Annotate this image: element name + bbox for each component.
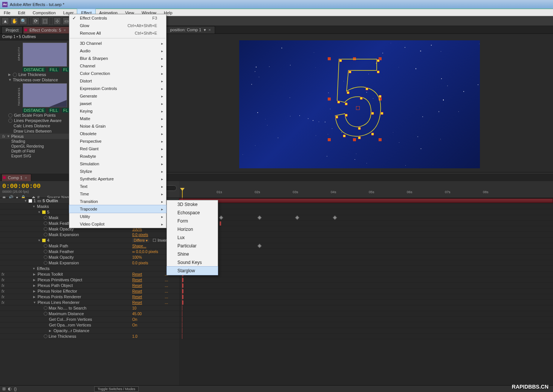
timeline-row[interactable]: Mask Expansion0.0 pixels	[0, 260, 179, 266]
menu-file[interactable]: File	[0, 9, 14, 16]
stopwatch-icon[interactable]	[8, 113, 12, 117]
submenu-item[interactable]: Horizon	[167, 225, 218, 233]
timeline-track[interactable]	[179, 249, 553, 255]
timeline-row[interactable]: Mask Expansion0.0 pixels	[0, 232, 179, 238]
submenu-item[interactable]: Shine	[167, 250, 218, 258]
timeline-track[interactable]	[179, 300, 553, 305]
effect-controls-tab[interactable]: Effect Controls: 5×	[23, 26, 70, 34]
toggle-modes-icon[interactable]: ◐	[8, 386, 12, 391]
effect-category-item[interactable]: Expression Controls	[69, 85, 166, 92]
submenu-item[interactable]: Lux	[167, 233, 218, 242]
camera-tool[interactable]: ⬚	[41, 17, 49, 25]
timeline-track[interactable]	[179, 305, 553, 311]
thickness-graph[interactable]: THICKNESS	[23, 83, 67, 107]
timeline-track[interactable]	[179, 221, 553, 226]
close-icon[interactable]: ×	[63, 28, 66, 32]
hand-tool[interactable]: ✋	[11, 17, 18, 25]
toggle-switches-modes-button[interactable]: Toggle Switches / Modes	[94, 386, 139, 392]
timeline-row[interactable]: Mask PathShape...	[0, 243, 179, 249]
timeline-row[interactable]: fx▶Plexus ToolkitReset...	[0, 272, 179, 277]
submenu-item[interactable]: Echospace	[167, 209, 218, 217]
timeline-track[interactable]	[179, 204, 553, 209]
effect-category-item[interactable]: Noise & Grain	[69, 122, 166, 130]
selection-tool[interactable]: ▲	[2, 17, 9, 25]
composition-viewer-tab[interactable]: position: Comp 1 ▾×	[166, 26, 215, 34]
submenu-item[interactable]: Starglow	[167, 267, 218, 275]
effect-menu-item[interactable]: GlowCtrl+Alt+Shift+E	[69, 22, 166, 29]
anchor-tool[interactable]: ⊹	[53, 17, 61, 25]
effect-category-item[interactable]: Distort	[69, 77, 166, 85]
effect-category-item[interactable]: Perspective	[69, 137, 166, 145]
timeline-row[interactable]: ▼4Differe ▾ ☐ Inverted	[0, 238, 179, 243]
effect-category-item[interactable]: jawset	[69, 100, 166, 107]
current-time-indicator[interactable]	[182, 188, 183, 198]
effect-category-item[interactable]: Utility	[69, 213, 166, 220]
effect-category-item[interactable]: Text	[69, 183, 166, 190]
stopwatch-icon[interactable]	[8, 119, 12, 123]
menu-edit[interactable]: Edit	[14, 9, 29, 16]
effect-category-item[interactable]: Channel	[69, 62, 166, 70]
timeline-track[interactable]	[179, 226, 553, 232]
timeline-track[interactable]	[179, 260, 553, 266]
submenu-item[interactable]: Form	[167, 217, 218, 225]
rotate-tool[interactable]: ⟳	[32, 17, 40, 25]
timeline-track[interactable]	[179, 288, 553, 294]
timeline-row[interactable]: ▼Effects	[0, 266, 179, 272]
stopwatch-icon[interactable]	[44, 227, 47, 231]
menu-composition[interactable]: Composition	[29, 9, 60, 16]
effect-category-item[interactable]: Keying	[69, 107, 166, 115]
effect-category-item[interactable]: Generate	[69, 92, 166, 100]
submenu-item[interactable]: Sound Keys	[167, 258, 218, 267]
timeline-row[interactable]: Get Opa...rom VerticesOn	[0, 322, 179, 328]
effect-category-item[interactable]: Obsolete	[69, 130, 166, 137]
stopwatch-icon[interactable]	[44, 306, 47, 310]
timeline-row[interactable]: Mask Feather∞ 0.0,0.0 pixels	[0, 249, 179, 255]
timeline-track[interactable]	[179, 294, 553, 300]
timeline-row[interactable]: fx▶Plexus Path ObjectReset...	[0, 283, 179, 288]
stopwatch-icon[interactable]	[44, 250, 47, 253]
timeline-row[interactable]: ▶Opacity...r Distance	[0, 328, 179, 334]
timeline-row[interactable]: fx▶Plexus Noise EffectorReset...	[0, 288, 179, 294]
timeline-track[interactable]	[179, 322, 553, 328]
effect-menu-item[interactable]: Effect ControlsF3	[69, 14, 166, 22]
close-icon[interactable]: ×	[208, 27, 211, 32]
timeline-row[interactable]: Max No.... to Search10	[0, 305, 179, 311]
timeline-track[interactable]	[179, 232, 553, 238]
timeline-row[interactable]: Maximum Distance45.00	[0, 311, 179, 317]
timeline-row[interactable]: fx▼Plexus Lines RendererReset...	[0, 300, 179, 305]
timeline-row[interactable]: Line Thickness1.0	[0, 334, 179, 339]
timeline-track[interactable]	[179, 334, 553, 339]
effect-category-item[interactable]: Audio	[69, 47, 166, 55]
effect-category-item[interactable]: 3D Channel	[69, 40, 166, 47]
timeline-row[interactable]: fx▶Plexus Primitives ObjectReset...	[0, 277, 179, 283]
composition-view[interactable]	[166, 34, 553, 172]
stopwatch-icon[interactable]	[44, 255, 47, 259]
timeline-track[interactable]	[179, 283, 553, 288]
stopwatch-icon[interactable]	[44, 216, 47, 220]
submenu-item[interactable]: 3D Stroke	[167, 200, 218, 209]
timeline-comp-tab[interactable]: Comp 1×	[2, 174, 31, 181]
effect-category-item[interactable]: Red Giant	[69, 145, 166, 153]
effect-category-item[interactable]: Transition	[69, 198, 166, 205]
project-tab[interactable]: Project	[2, 26, 23, 34]
effect-category-item[interactable]: Time	[69, 190, 166, 198]
timeline-track[interactable]	[179, 277, 553, 283]
stopwatch-icon[interactable]	[44, 334, 47, 338]
toggle-switches-icon[interactable]: ⊞	[2, 386, 6, 391]
timeline-track[interactable]	[179, 209, 553, 215]
timeline-track[interactable]	[179, 255, 553, 260]
chevron-down-icon[interactable]: ▾	[204, 27, 206, 32]
effect-menu-item[interactable]: Remove AllCtrl+Shift+E	[69, 29, 166, 37]
time-ruler[interactable]: 01s02s03s04s05s06s07s08s	[179, 181, 553, 198]
stopwatch-icon[interactable]	[44, 233, 47, 236]
stopwatch-icon[interactable]	[44, 221, 47, 225]
timeline-tracks[interactable]	[179, 198, 553, 385]
stopwatch-icon[interactable]	[13, 73, 17, 77]
effect-category-item[interactable]: Trapcode	[69, 205, 166, 213]
zoom-tool[interactable]: 🔍	[20, 17, 27, 25]
effect-category-item[interactable]: Stylize	[69, 168, 166, 175]
opacity-graph[interactable]: OPACITY	[23, 43, 67, 67]
timeline-track[interactable]	[179, 243, 553, 249]
stopwatch-icon[interactable]	[44, 312, 47, 316]
timeline-track[interactable]	[179, 317, 553, 322]
